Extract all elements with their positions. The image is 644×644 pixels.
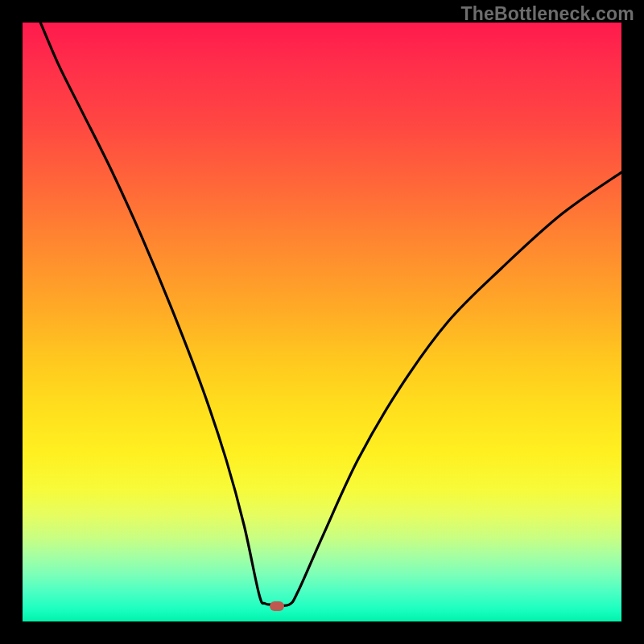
watermark-text: TheBottleneck.com: [460, 3, 634, 25]
plot-area: [23, 23, 621, 621]
chart-frame: TheBottleneck.com: [0, 0, 644, 644]
optimal-marker: [270, 601, 284, 611]
